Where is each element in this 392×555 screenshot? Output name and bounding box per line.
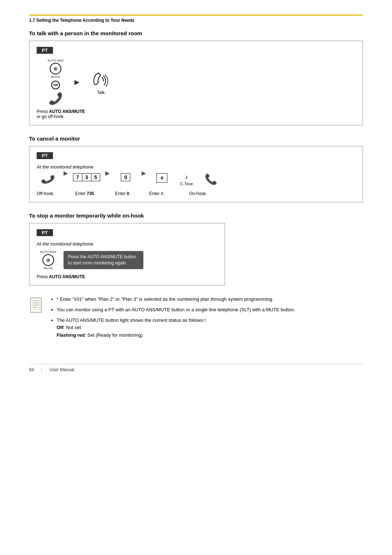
onhook-icon: 📞 [205,173,217,185]
arrow-2c: ▶ [140,170,147,177]
auto-ans-top-label-2: AUTO ANS [40,250,56,254]
arrow-2a: ▶ [62,170,69,177]
step-keys-735: 7 3 5 [73,173,100,181]
press-auto-ans-caption-2: Press AUTO ANS/MUTE. [37,274,217,279]
key-7: 7 [73,173,82,181]
auto-ans-bold: AUTO ANS/MUTE [49,109,85,114]
auto-ans-circle: ⊕ [50,63,61,74]
off-label: Off [57,325,64,330]
bullet-3-line1: The AUTO ANS/MUTE button light shows the… [57,317,206,323]
label-enterhash: Enter #. [149,191,178,196]
label-enter735: Enter 735. [75,191,111,196]
flashing-text: : Set (Ready for monitoring) [85,332,143,338]
bullet-1: * Enter "#31" when "Plan 2" or "Plan 3" … [57,296,295,303]
cancel-monitor-seq: 📞 ▶ 7 3 5 ▶ 0 ▶ # ♪ C.Tone 📞 [37,173,355,186]
footer-divider: | [41,367,42,372]
auto-ans-mute-stack: AUTO ANS ⊕ MUTE OR 📞 [48,59,64,105]
cancel-labels-row: Off-hook. Enter 735. Enter 0. Enter #. O… [37,191,355,196]
label-onhook: On-hook. [189,191,211,196]
off-text: : Not set [64,325,81,330]
label-offhook: Off-hook. [37,191,62,196]
mute-label-2: MUTE [44,267,53,270]
footer-label: User Manual [49,367,74,372]
or-go-offhook: or go off-hook. [37,114,65,119]
press-prefix-2: Press [37,274,49,279]
diagram-box-3: PT At the monitored telephone AUTO ANS ⊕… [29,223,225,285]
subsection-title-2: To cancel a monitor [29,135,363,142]
subsection-title-1: To talk with a person in the monitored r… [29,30,363,36]
section-header: 1.7 Setting the Telephone According to Y… [29,18,363,23]
key-5: 5 [91,173,101,181]
top-rule [29,15,363,16]
italic-monitored-2: At the monitored telephone [37,241,217,247]
arrow-2b: ▶ [104,170,111,177]
note-icon [29,297,44,342]
bullet-3: The AUTO ANS/MUTE button light shows the… [57,317,295,339]
bullet-list: * Enter "#31" when "Plan 2" or "Plan 3" … [49,296,295,342]
italic-monitored-1: At the monitored telephone [37,164,355,170]
auto-ans-icon: AUTO ANS ⊕ MUTE [48,59,64,78]
auto-ans-icon-2: AUTO ANS ⊕ MUTE [40,250,56,270]
talk-caption: Talk. [97,90,106,95]
music-note-icon: ♪ [185,173,188,181]
key-3: 3 [82,173,91,181]
offhook-phone-icon: 📞 [48,92,63,105]
auto-ans-circle-2: ⊕ [42,254,54,266]
bullet-2: You can monitor using a PT with an AUTO … [57,306,295,314]
step-hash: # [151,173,173,183]
mute-label: MUTE [51,75,60,78]
step-key-0: 0 [115,173,136,181]
stop-monitor-row: AUTO ANS ⊕ MUTE Press the AUTO ANS/MUTE … [40,250,217,270]
arrow-1: ▶ [74,78,79,86]
or-circle: OR [51,81,60,89]
ctone-col: ♪ C.Tone [180,173,193,186]
pt-label-2: PT [37,152,53,159]
tooltip-bubble: Press the AUTO ANS/MUTE button to start … [64,251,143,269]
subsection-title-3: To stop a monitor temporarily while on-h… [29,212,363,219]
keys-group: 7 3 5 [73,173,100,181]
step-onhook: 📞 [200,173,222,185]
auto-ans-top-label: AUTO ANS [48,59,64,62]
page-number: 84 [29,367,34,372]
ctone-label: C.Tone [180,182,193,186]
footer: 84 | User Manual [29,364,363,372]
talk-col: Talk. [90,69,112,95]
talk-icon [90,69,112,90]
press-period: . [85,274,86,279]
label-enter0: Enter 0. [115,191,144,196]
pt-label-1: PT [37,47,53,54]
pt-label-3: PT [37,229,53,236]
offhook-icon: 📞 [40,171,56,187]
hash-key: # [156,173,167,183]
step-offhook: 📞 [37,173,58,185]
flashing-label: Flashing red [57,332,85,338]
diagram-box-1: PT AUTO ANS ⊕ MUTE OR 📞 ▶ [29,41,363,125]
diagram-box-2: PT At the monitored telephone 📞 ▶ 7 3 5 … [29,146,363,202]
bullet-section: * Enter "#31" when "Plan 2" or "Plan 3" … [29,296,363,342]
press-prefix: Press [37,109,49,114]
auto-ans-bold-2: AUTO ANS/MUTE [49,274,85,279]
key-0: 0 [121,173,130,181]
press-auto-ans-caption: Press AUTO ANS/MUTE or go off-hook. [37,109,355,119]
